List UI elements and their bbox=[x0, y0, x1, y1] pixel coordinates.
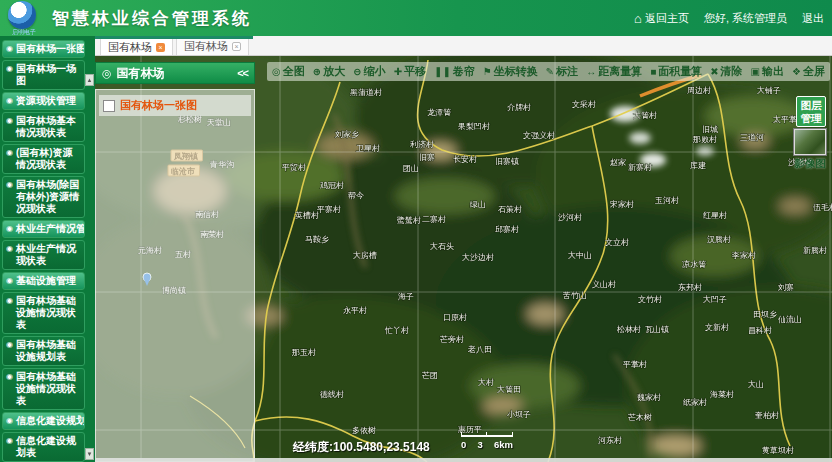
sidebar-item[interactable]: ◉资源现状管理 bbox=[2, 92, 85, 110]
layer-checkbox[interactable] bbox=[103, 100, 115, 112]
bullet-arrow-icon: ◉ bbox=[6, 275, 13, 287]
place-label: 果梨凹村 bbox=[458, 122, 490, 131]
scale-tick: 3 bbox=[477, 439, 482, 450]
layer-tree-item[interactable]: 国有林场一张图 bbox=[99, 95, 251, 116]
place-label: 文采村 bbox=[572, 100, 596, 109]
basemap-thumbnail[interactable] bbox=[793, 128, 827, 156]
bullet-arrow-icon: ◉ bbox=[6, 371, 13, 383]
sidebar-item-label: 国有林场基础设施规划表 bbox=[16, 339, 82, 363]
sidebar-item[interactable]: ◉国有林场基础设施规划表 bbox=[2, 336, 85, 366]
measure-distance-icon: ↔ bbox=[586, 66, 596, 77]
home-link[interactable]: ⌂ 返回主页 bbox=[634, 11, 689, 26]
tool-label: 缩小 bbox=[364, 64, 386, 79]
tool-measure-area[interactable]: ■面积量算 bbox=[650, 64, 702, 79]
tool-pan[interactable]: ✚平移 bbox=[394, 64, 426, 79]
tool-coordinate-convert[interactable]: ⚑坐标转换 bbox=[483, 64, 538, 79]
place-label: 库建 bbox=[690, 161, 706, 170]
tool-clear[interactable]: ✖清除 bbox=[710, 64, 742, 79]
tool-zoom-in[interactable]: ⊕放大 bbox=[313, 64, 345, 79]
tool-measure-distance[interactable]: ↔距离量算 bbox=[586, 64, 642, 79]
tab-label: 国有林场 bbox=[108, 40, 152, 55]
bullet-arrow-icon: ◉ bbox=[6, 63, 13, 75]
tool-label: 坐标转换 bbox=[494, 64, 538, 79]
sidebar-item[interactable]: ◉国有林场一张图 bbox=[2, 40, 85, 58]
sidebar-item[interactable]: ◉林业生产情况现状表 bbox=[2, 240, 85, 270]
sidebar-item[interactable]: ◉国有林场(除国有林外)资源情况现状表 bbox=[2, 176, 85, 218]
place-label: 大村 bbox=[478, 378, 494, 387]
place-label: 芒团 bbox=[421, 371, 438, 380]
place-label: 龙潭箐 bbox=[427, 108, 452, 117]
sidebar-item[interactable]: ◉基础设施管理 bbox=[2, 272, 85, 290]
place-label: 永平村 bbox=[343, 306, 367, 315]
pan-icon: ✚ bbox=[394, 66, 402, 77]
place-label: 二寨村 bbox=[422, 215, 446, 224]
scroll-up-icon[interactable]: ▲ bbox=[85, 74, 94, 86]
tool-fullscreen[interactable]: ❖全屏 bbox=[792, 64, 825, 79]
tool-label: 全图 bbox=[283, 64, 305, 79]
tool-zoom-out[interactable]: ⊖缩小 bbox=[353, 64, 385, 79]
sidebar-item[interactable]: ◉国有林场基本情况现状表 bbox=[2, 112, 85, 142]
place-label: 沙河村 bbox=[558, 213, 582, 222]
sidebar-item[interactable]: ◉国有林场基础设施情况现状表 bbox=[2, 368, 85, 410]
tool-label: 平移 bbox=[404, 64, 426, 79]
swipe-icon: ❚❚ bbox=[434, 66, 451, 77]
scroll-down-icon[interactable]: ▼ bbox=[85, 448, 94, 460]
logout-link[interactable]: 退出 bbox=[802, 11, 824, 26]
place-label: 大石头 bbox=[430, 242, 454, 251]
tab-close-icon[interactable]: × bbox=[156, 43, 165, 52]
bullet-arrow-icon: ◉ bbox=[6, 339, 13, 351]
basemap-label: 影像图 bbox=[792, 157, 828, 171]
sidebar-item[interactable]: ◉国有林场一场图 bbox=[2, 60, 85, 90]
sidebar-item[interactable]: ◉(国有林)资源情况现状表 bbox=[2, 144, 85, 174]
sidebar-item-label: 信息化建设规划管理 bbox=[16, 415, 85, 427]
sidebar-item[interactable]: ◉信息化建设规划管理 bbox=[2, 412, 85, 430]
bullet-arrow-icon: ◉ bbox=[6, 435, 13, 447]
tab-国有林场[interactable]: 国有林场× bbox=[176, 37, 249, 55]
place-label: 多依树 bbox=[352, 426, 376, 435]
tab-国有林场[interactable]: 国有林场× bbox=[100, 37, 173, 55]
place-label: 魏家村 bbox=[637, 393, 661, 402]
tab-accent-bar bbox=[95, 36, 253, 39]
layer-panel-header: ◎ 国有林场 << bbox=[95, 62, 255, 84]
place-label: 团山 bbox=[403, 164, 419, 173]
tab-close-icon[interactable]: × bbox=[232, 42, 241, 51]
tool-swipe[interactable]: ❚❚卷帘 bbox=[434, 64, 475, 79]
layer-panel-body: 国有林场一张图 bbox=[95, 89, 255, 462]
sidebar-item[interactable]: ◉林业生产情况管理 bbox=[2, 220, 85, 238]
layer-manager-button[interactable]: 图层管理 bbox=[796, 96, 826, 127]
tool-full-extent[interactable]: ◎全图 bbox=[272, 64, 305, 79]
place-label: 利济村 bbox=[410, 140, 434, 149]
clear-icon: ✖ bbox=[710, 66, 718, 77]
collapse-panel-icon[interactable]: << bbox=[237, 67, 248, 79]
sidebar-scrollbar[interactable]: ▲ ▼ bbox=[85, 74, 94, 460]
tab-bar: 国有林场×国有林场× bbox=[95, 36, 832, 56]
place-label: 仙流山 bbox=[778, 315, 802, 324]
place-label: 奎柏村 bbox=[755, 411, 779, 420]
place-label: 文强义村 bbox=[523, 131, 555, 140]
sidebar-item[interactable]: ◉信息化建设规划表 bbox=[2, 432, 85, 462]
sidebar-item-label: 林业生产情况管理 bbox=[16, 223, 85, 235]
tool-export[interactable]: ▣输出 bbox=[751, 64, 784, 79]
tool-label: 放大 bbox=[323, 64, 345, 79]
place-label: 平寨村 bbox=[317, 205, 341, 214]
place-label: 芒木树 bbox=[627, 413, 652, 422]
place-label: 文立村 bbox=[605, 238, 629, 247]
tool-annotate[interactable]: ✎标注 bbox=[546, 64, 578, 79]
sidebar-item[interactable]: ◉国有林场基础设施情况现状表 bbox=[2, 292, 85, 334]
bullet-arrow-icon: ◉ bbox=[6, 223, 13, 235]
place-label: 海子 bbox=[398, 292, 414, 301]
tool-label: 面积量算 bbox=[658, 64, 702, 79]
bullet-arrow-icon: ◉ bbox=[6, 115, 13, 127]
map-viewport[interactable]: 黑蒲道村龙潭箐果梨凹村介牌村文强义村刘家乡卫星村利济村旧寨长安村旧寨镇团山平贸村… bbox=[95, 56, 832, 462]
user-greeting: 您好, 系统管理员 bbox=[704, 11, 787, 26]
annotate-icon: ✎ bbox=[546, 66, 554, 77]
measure-area-icon: ■ bbox=[650, 66, 656, 77]
layer-panel-title: 国有林场 bbox=[117, 65, 165, 82]
place-label: 大箐村 bbox=[633, 111, 657, 120]
place-label: 鹭鸶村 bbox=[396, 216, 421, 225]
layer-tree-label: 国有林场一张图 bbox=[120, 98, 197, 113]
basemap-switcher[interactable]: 影像图 bbox=[792, 128, 828, 171]
place-label: 旧寨 bbox=[419, 153, 435, 162]
logo-caption: 启明电子 bbox=[4, 28, 44, 37]
bullet-arrow-icon: ◉ bbox=[6, 295, 13, 307]
